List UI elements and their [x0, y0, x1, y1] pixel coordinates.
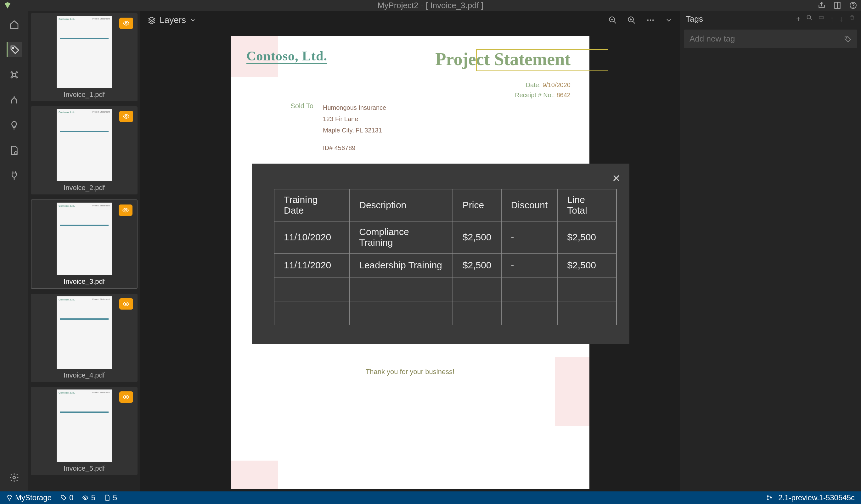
svg-point-25	[650, 19, 652, 21]
document-settings-icon[interactable]	[6, 143, 22, 158]
thumbnail-item[interactable]: Contoso, Ltd.Project Statement Invoice_2…	[31, 106, 137, 194]
thumbnail-preview: Contoso, Ltd.Project Statement	[57, 202, 112, 275]
receipt-label: Receipt # No.:	[515, 92, 555, 98]
search-icon[interactable]	[806, 14, 812, 23]
thumbnail-preview: Contoso, Ltd.Project Statement	[57, 390, 112, 462]
svg-point-32	[767, 495, 768, 496]
table-header: Line Total	[557, 189, 616, 221]
thumbnail-label: Invoice_2.pdf	[33, 184, 135, 192]
table-cell: 11/10/2020	[274, 221, 349, 253]
up-icon[interactable]: ↑	[830, 14, 834, 23]
statusbar: MyStorage 0 5 5 2.1-preview.1-530545c	[0, 491, 861, 504]
svg-point-4	[12, 47, 14, 49]
book-icon[interactable]	[833, 1, 842, 10]
thumbnail-preview: Contoso, Ltd.Project Statement	[57, 109, 112, 181]
thumbnail-label: Invoice_3.pdf	[34, 278, 134, 286]
thanks-text: Thank you for your business!	[366, 368, 454, 376]
thumbnail-item[interactable]: Contoso, Ltd.Project Statement Invoice_1…	[31, 13, 137, 101]
table-cell: -	[501, 221, 558, 253]
version-text: 2.1-preview.1-530545c	[778, 493, 855, 502]
table-cell	[557, 277, 616, 301]
table-cell	[274, 301, 349, 325]
svg-rect-29	[819, 17, 823, 19]
thumbnail-item-selected[interactable]: Contoso, Ltd.Project Statement Invoice_3…	[31, 199, 137, 289]
svg-point-30	[846, 37, 847, 38]
highlight-region	[555, 357, 589, 426]
thumbnail-label: Invoice_1.pdf	[33, 90, 135, 99]
company-logo-text: Contoso, Ltd.	[246, 48, 327, 64]
status-viewed[interactable]: 5	[82, 493, 95, 502]
date-label: Date:	[526, 82, 541, 88]
thumbnail-label: Invoice_5.pdf	[33, 464, 135, 473]
table-cell: 11/11/2020	[274, 253, 349, 277]
zoom-in-icon[interactable]	[627, 16, 636, 25]
layers-label: Layers	[160, 15, 186, 25]
lightbulb-icon[interactable]	[6, 118, 22, 133]
merge-icon[interactable]	[6, 93, 22, 108]
thumbnail-item[interactable]: Contoso, Ltd.Project Statement Invoice_5…	[31, 387, 137, 475]
svg-point-27	[807, 15, 811, 19]
table-cell: $2,500	[453, 221, 501, 253]
help-icon[interactable]	[849, 1, 857, 10]
svg-point-14	[125, 209, 126, 211]
thumbnail-item[interactable]: Contoso, Ltd.Project Statement Invoice_4…	[31, 294, 137, 382]
share-icon[interactable]	[818, 1, 826, 10]
status-tags[interactable]: 0	[60, 493, 73, 502]
svg-point-16	[125, 396, 127, 398]
status-storage[interactable]: MyStorage	[6, 493, 52, 502]
table-cell: $2,500	[557, 221, 616, 253]
tags-panel: Tags + ↑ ↓	[680, 11, 861, 491]
plug-icon[interactable]	[6, 168, 22, 183]
layers-button[interactable]: Layers	[148, 15, 196, 25]
svg-line-28	[810, 18, 812, 20]
svg-point-24	[647, 19, 649, 21]
branch-icon	[766, 494, 773, 501]
add-icon[interactable]: +	[796, 14, 801, 23]
receipt-value: 8642	[557, 92, 571, 98]
table-cell	[453, 277, 501, 301]
eye-icon	[119, 111, 133, 122]
tag-icon[interactable]	[6, 42, 22, 57]
delete-icon[interactable]	[849, 14, 855, 23]
rename-icon[interactable]	[818, 14, 824, 23]
home-icon[interactable]	[6, 17, 22, 32]
svg-point-8	[11, 77, 12, 78]
table-cell: -	[501, 253, 558, 277]
table-header: Discount	[501, 189, 558, 221]
table-row	[274, 277, 616, 301]
eye-icon	[119, 205, 133, 216]
status-docs[interactable]: 5	[104, 493, 117, 502]
eye-icon	[119, 18, 133, 29]
svg-point-9	[16, 77, 17, 78]
svg-point-6	[11, 72, 12, 73]
tags-title: Tags	[686, 14, 703, 24]
gear-icon[interactable]	[6, 470, 22, 485]
table-cell: $2,500	[557, 253, 616, 277]
date-value: 9/10/2020	[543, 82, 571, 88]
svg-point-15	[125, 303, 127, 305]
table-row	[274, 301, 616, 325]
table-header: Description	[349, 189, 453, 221]
close-icon[interactable]: ✕	[612, 172, 620, 184]
model-icon[interactable]	[6, 67, 22, 82]
document-title: Project Statement	[435, 49, 571, 69]
eye-icon	[119, 391, 133, 403]
table-cell: Leadership Training	[349, 253, 453, 277]
svg-point-10	[14, 152, 17, 154]
more-icon[interactable]	[646, 16, 655, 25]
titlebar: MyProject2 - [ Invoice_3.pdf ]	[0, 0, 861, 11]
window-title: MyProject2 - [ Invoice_3.pdf ]	[378, 1, 484, 10]
add-tag-input[interactable]	[684, 30, 857, 48]
table-header: Training Date	[274, 189, 349, 221]
table-cell	[501, 277, 558, 301]
chevron-down-icon[interactable]	[665, 16, 672, 24]
icon-sidebar	[0, 11, 28, 491]
table-row: 11/10/2020 Compliance Training $2,500 - …	[274, 221, 616, 253]
zoom-out-icon[interactable]	[608, 16, 617, 25]
svg-point-34	[771, 497, 771, 498]
thumbnails-panel: Contoso, Ltd.Project Statement Invoice_1…	[28, 11, 140, 491]
customer-name: Humongous Insurance	[323, 102, 386, 113]
add-tag-field[interactable]	[689, 34, 827, 44]
down-icon[interactable]: ↓	[839, 14, 843, 23]
table-cell	[274, 277, 349, 301]
